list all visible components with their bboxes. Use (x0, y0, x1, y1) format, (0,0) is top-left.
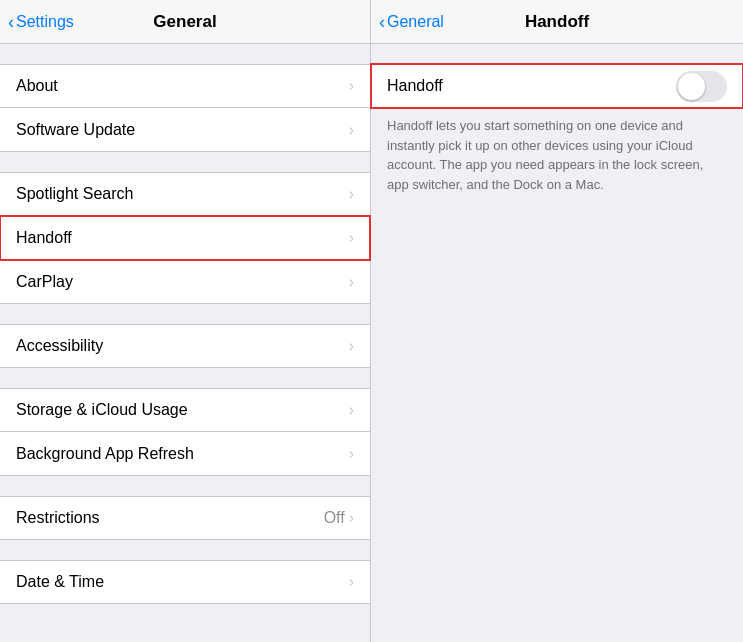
restrictions-value: Off (324, 509, 345, 527)
spotlight-search-label: Spotlight Search (16, 185, 133, 203)
software-update-chevron-icon: › (349, 121, 354, 139)
date-time-label: Date & Time (16, 573, 104, 591)
sidebar-item-software-update[interactable]: Software Update › (0, 108, 370, 152)
right-nav-header: ‹ General Handoff (371, 0, 743, 44)
carplay-chevron-icon: › (349, 273, 354, 291)
accessibility-label: Accessibility (16, 337, 103, 355)
left-panel: ‹ Settings General About › Software Upda… (0, 0, 371, 642)
carplay-label: CarPlay (16, 273, 73, 291)
accessibility-chevron-icon: › (349, 337, 354, 355)
sidebar-item-about[interactable]: About › (0, 64, 370, 108)
toggle-knob (678, 73, 705, 100)
right-nav-title: Handoff (525, 12, 589, 32)
sidebar-item-background-refresh[interactable]: Background App Refresh › (0, 432, 370, 476)
group-6: Date & Time › (0, 560, 370, 604)
restrictions-chevron-icon: › (349, 509, 354, 527)
about-chevron-icon: › (349, 77, 354, 95)
handoff-toggle-row[interactable]: Handoff (371, 64, 743, 108)
settings-back-button[interactable]: ‹ Settings (8, 13, 74, 31)
group-5: Restrictions Off › (0, 496, 370, 540)
software-update-label: Software Update (16, 121, 135, 139)
handoff-row-label: Handoff (387, 77, 443, 95)
sidebar-item-date-time[interactable]: Date & Time › (0, 560, 370, 604)
group-3: Accessibility › (0, 324, 370, 368)
sidebar-item-carplay[interactable]: CarPlay › (0, 260, 370, 304)
left-nav-title: General (153, 12, 216, 32)
handoff-description: Handoff lets you start something on one … (371, 108, 743, 202)
sidebar-item-spotlight-search[interactable]: Spotlight Search › (0, 172, 370, 216)
date-time-chevron-icon: › (349, 573, 354, 591)
sidebar-item-handoff[interactable]: Handoff › (0, 216, 370, 260)
restrictions-label: Restrictions (16, 509, 100, 527)
handoff-chevron-icon: › (349, 229, 354, 247)
right-panel: ‹ General Handoff Handoff Handoff lets y… (371, 0, 743, 642)
storage-icloud-chevron-icon: › (349, 401, 354, 419)
sidebar-item-restrictions[interactable]: Restrictions Off › (0, 496, 370, 540)
general-back-button[interactable]: ‹ General (379, 13, 444, 31)
right-content: Handoff Handoff lets you start something… (371, 64, 743, 202)
group-4: Storage & iCloud Usage › Background App … (0, 388, 370, 476)
background-refresh-label: Background App Refresh (16, 445, 194, 463)
background-refresh-chevron-icon: › (349, 445, 354, 463)
right-back-label: General (387, 13, 444, 31)
handoff-nav-label: Handoff (16, 229, 72, 247)
storage-icloud-label: Storage & iCloud Usage (16, 401, 188, 419)
right-back-arrow-icon: ‹ (379, 13, 385, 31)
sidebar-item-storage-icloud[interactable]: Storage & iCloud Usage › (0, 388, 370, 432)
back-arrow-icon: ‹ (8, 13, 14, 31)
left-nav-header: ‹ Settings General (0, 0, 370, 44)
group-2: Spotlight Search › Handoff › CarPlay › (0, 172, 370, 304)
spotlight-search-chevron-icon: › (349, 185, 354, 203)
group-1: About › Software Update › (0, 64, 370, 152)
about-label: About (16, 77, 58, 95)
back-label: Settings (16, 13, 74, 31)
sidebar-item-accessibility[interactable]: Accessibility › (0, 324, 370, 368)
restrictions-right: Off › (324, 509, 354, 527)
handoff-toggle[interactable] (676, 71, 727, 102)
